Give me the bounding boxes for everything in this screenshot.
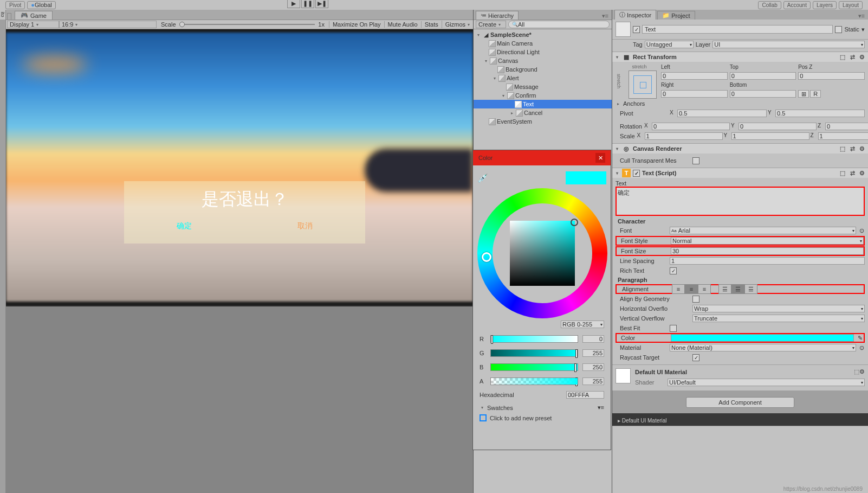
g-input[interactable] <box>582 349 604 357</box>
anchor-preset[interactable] <box>629 71 657 99</box>
tree-item[interactable]: ▸Cancel <box>474 108 612 117</box>
gizmos-toggle[interactable]: Gizmos <box>442 21 473 28</box>
a-slider[interactable] <box>490 377 578 385</box>
raw-button[interactable]: R <box>810 90 821 98</box>
g-slider[interactable] <box>490 349 578 357</box>
hierarchy-search[interactable]: 🔍All <box>508 21 610 28</box>
tree-item[interactable]: Background <box>474 65 612 74</box>
shader-dropdown[interactable]: UI/Default <box>668 379 865 386</box>
hoverflow-dropdown[interactable]: Wrap <box>692 305 865 312</box>
pivot-button[interactable]: Pivot <box>5 1 25 9</box>
material-field[interactable]: None (Material) <box>670 344 856 351</box>
h-align[interactable]: ≡≡≡ <box>672 284 711 294</box>
fontsize-input[interactable] <box>671 247 864 255</box>
active-checkbox[interactable]: ✓ <box>633 26 640 33</box>
pivot-y[interactable] <box>775 110 865 117</box>
create-dropdown[interactable]: Create <box>476 21 506 28</box>
tree-item[interactable]: Directional Light <box>474 48 612 56</box>
material-picker-icon[interactable]: ⊙ <box>858 344 865 351</box>
r-input[interactable] <box>582 335 604 343</box>
color-wheel[interactable] <box>477 188 607 318</box>
fontstyle-dropdown[interactable]: Normal <box>671 237 864 245</box>
project-tab[interactable]: 📁Project <box>657 11 695 20</box>
close-icon[interactable]: ✕ <box>595 153 605 163</box>
display-select[interactable]: Display 1 <box>7 21 59 28</box>
step-button[interactable]: ▶❚ <box>315 0 328 8</box>
rect-transform-header[interactable]: ▾▦ Rect Transform ⬚ ⇄ ⚙ <box>612 52 868 62</box>
rot-y[interactable] <box>739 123 817 130</box>
richtext-checkbox[interactable]: ✓ <box>670 267 677 274</box>
game-tab[interactable]: 🎮Game <box>15 11 53 20</box>
inspector-tab[interactable]: ⓘInspector <box>614 10 656 20</box>
anchors-label[interactable]: Anchors <box>623 100 645 107</box>
static-dropdown-icon[interactable]: ▾ <box>861 26 865 33</box>
text-script-header[interactable]: ▾T ✓ Text (Script) ⬚⇄⚙ <box>612 168 868 178</box>
b-slider[interactable] <box>490 363 578 371</box>
gear-icon[interactable]: ⚙ <box>858 169 866 177</box>
color-mode-dropdown[interactable]: RGB 0-255 <box>561 321 604 328</box>
scale-z[interactable] <box>818 132 868 140</box>
b-input[interactable] <box>582 363 604 371</box>
help-icon[interactable]: ⬚ <box>839 53 846 61</box>
swatches-menu-icon[interactable]: ▾≡ <box>598 404 604 411</box>
preset-icon[interactable]: ⇄ <box>848 53 856 61</box>
tree-item[interactable]: Main Camera <box>474 39 612 48</box>
blueprint-button[interactable]: ⊞ <box>798 90 809 98</box>
cull-checkbox[interactable] <box>692 157 699 164</box>
account-button[interactable]: Account <box>783 1 811 9</box>
gear-icon[interactable]: ⚙ <box>858 145 866 152</box>
scale-y[interactable] <box>731 132 809 140</box>
gear-icon[interactable]: ⚙ <box>859 368 865 375</box>
swatches-label[interactable]: Swatches <box>487 405 513 411</box>
text-enable-checkbox[interactable]: ✓ <box>633 170 640 177</box>
hierarchy-tab[interactable]: ≔Hierarchy <box>476 11 519 20</box>
tree-item[interactable]: ▾Alert <box>474 74 612 82</box>
scene-row[interactable]: ▾◢SampleScene* <box>474 30 612 39</box>
left-input[interactable] <box>661 72 728 80</box>
tree-item[interactable]: ▾Confirm <box>474 91 612 100</box>
scale-slider[interactable] <box>179 24 315 25</box>
left-tab[interactable]: ito <box>0 10 5 20</box>
add-preset-icon[interactable] <box>480 414 487 421</box>
panel-menu-icon[interactable]: ▾≡ <box>599 12 612 20</box>
name-input[interactable] <box>642 25 833 34</box>
r-slider[interactable] <box>490 335 578 343</box>
scale-x[interactable] <box>645 132 723 140</box>
aligngeom-checkbox[interactable] <box>692 296 699 303</box>
layout-button[interactable]: Layout <box>839 1 863 9</box>
v-align[interactable]: ☰☰☰ <box>718 284 757 294</box>
rot-x[interactable] <box>652 123 730 130</box>
dialog-cancel-button[interactable]: 取消 <box>297 221 313 231</box>
hex-input[interactable] <box>566 391 604 399</box>
tree-item-selected[interactable]: Text <box>474 100 612 108</box>
raycast-checkbox[interactable]: ✓ <box>692 354 699 361</box>
global-button[interactable]: ●Global <box>27 1 55 9</box>
aspect-select[interactable]: 16:9 <box>59 21 157 28</box>
pivot-x[interactable] <box>677 110 767 117</box>
voverflow-dropdown[interactable]: Truncate <box>692 315 865 322</box>
color-field[interactable] <box>671 334 854 342</box>
mute-toggle[interactable]: Mute Audio <box>384 21 421 28</box>
gear-icon[interactable]: ⚙ <box>858 53 866 61</box>
posz-input[interactable] <box>798 72 865 80</box>
right-input[interactable] <box>661 90 728 98</box>
bottom-input[interactable] <box>730 90 796 98</box>
font-field[interactable]: Aa Arial <box>670 227 856 234</box>
eyedropper-icon[interactable]: 💉 <box>477 173 488 183</box>
pause-button[interactable]: ❚❚ <box>301 0 314 8</box>
panel-menu-icon[interactable]: ▾≡ <box>855 12 868 20</box>
add-component-button[interactable]: Add Component <box>686 397 794 408</box>
eyedropper-icon[interactable]: ✎ <box>856 335 864 342</box>
tag-dropdown[interactable]: Untagged <box>645 41 694 48</box>
canvas-renderer-header[interactable]: ▾◎ Canvas Renderer ⬚⇄⚙ <box>612 144 868 153</box>
font-picker-icon[interactable]: ⊙ <box>858 227 865 234</box>
maximize-toggle[interactable]: Maximize On Play <box>329 21 384 28</box>
bestfit-checkbox[interactable] <box>670 325 677 332</box>
a-input[interactable] <box>582 377 604 385</box>
layers-button[interactable]: Layers <box>813 1 837 9</box>
layer-dropdown[interactable]: UI <box>712 41 865 48</box>
tree-item[interactable]: EventSystem <box>474 117 612 126</box>
rot-z[interactable] <box>825 123 868 130</box>
tree-item[interactable]: ▾Canvas <box>474 56 612 65</box>
text-textarea[interactable]: 确定 <box>616 187 865 216</box>
